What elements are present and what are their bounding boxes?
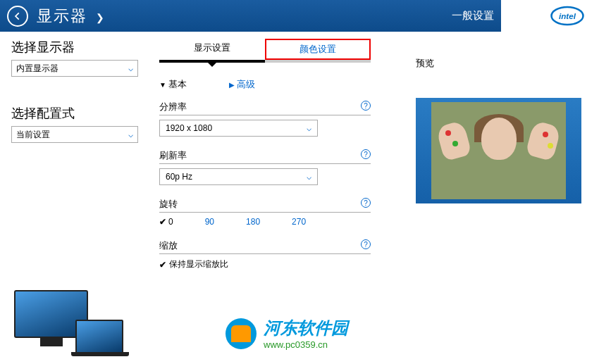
watermark-url: www.pc0359.cn (264, 339, 348, 350)
intel-logo: intel (550, 4, 585, 28)
tab-color-settings[interactable]: 颜色设置 (265, 39, 371, 60)
decorative-monitors (14, 290, 123, 353)
watermark-title: 河东软件园 (264, 317, 348, 339)
watermark: 河东软件园 www.pc0359.cn (226, 317, 348, 350)
back-button[interactable] (7, 6, 28, 27)
help-icon[interactable]: ? (361, 239, 371, 249)
scaling-label: 缩放 (159, 239, 178, 252)
field-rotation: 旋转 ? ✔0 90 180 270 (159, 198, 371, 227)
rotation-90[interactable]: 90 (205, 217, 214, 227)
header-bar: 显示器 ❯ 一般设置 (0, 0, 501, 32)
help-icon[interactable]: ? (361, 101, 371, 111)
refresh-value: 60p Hz (166, 172, 307, 182)
header-title-text: 显示器 (37, 7, 87, 25)
rotation-180[interactable]: 180 (246, 217, 260, 227)
general-settings-link[interactable]: 一般设置 (452, 9, 494, 23)
help-icon[interactable]: ? (361, 198, 371, 208)
tab-underline-inactive (265, 60, 371, 63)
watermark-icon (226, 318, 257, 349)
mode-advanced[interactable]: ▶高级 (229, 78, 255, 91)
keep-ratio-label: 保持显示缩放比 (169, 258, 228, 270)
chevron-down-icon: ❯ (96, 12, 106, 23)
refresh-select[interactable]: 60p Hz ⌵ (159, 168, 318, 185)
select-display-value: 内置显示器 (16, 63, 128, 75)
field-scaling: 缩放 ? ✔ 保持显示缩放比 (159, 239, 371, 270)
chevron-down-icon: ⌵ (128, 63, 133, 73)
tab-underline-active (159, 60, 265, 63)
chevron-down-icon: ⌵ (307, 123, 311, 133)
field-refresh: 刷新率 ? 60p Hz ⌵ (159, 149, 371, 185)
svg-text:intel: intel (559, 11, 576, 20)
mode-basic[interactable]: ▼基本 (159, 78, 187, 91)
resolution-value: 1920 x 1080 (166, 123, 307, 133)
select-config-dropdown[interactable]: 当前设置 ⌵ (11, 126, 138, 143)
resolution-select[interactable]: 1920 x 1080 ⌵ (159, 120, 318, 137)
refresh-label: 刷新率 (159, 149, 187, 162)
select-display-dropdown[interactable]: 内置显示器 ⌵ (11, 60, 138, 77)
field-resolution: 分辨率 ? 1920 x 1080 ⌵ (159, 101, 371, 137)
check-icon: ✔ (159, 217, 166, 227)
rotation-label: 旋转 (159, 198, 178, 211)
select-display-label: 选择显示器 (11, 39, 145, 56)
help-icon[interactable]: ? (361, 149, 371, 159)
header-title[interactable]: 显示器 ❯ (37, 6, 106, 27)
main-panel: 显示设置 颜色设置 ▼基本 ▶高级 分辨率 ? 1920 x 1080 ⌵ 刷新… (145, 39, 416, 283)
chevron-down-icon: ⌵ (307, 172, 311, 182)
resolution-label: 分辨率 (159, 101, 187, 113)
sidebar: 选择显示器 内置显示器 ⌵ 选择配置式 当前设置 ⌵ (11, 39, 145, 283)
triangle-right-icon: ▶ (229, 81, 235, 89)
tab-display-settings[interactable]: 显示设置 (159, 39, 265, 60)
chevron-down-icon: ⌵ (128, 130, 133, 139)
preview-box (416, 98, 581, 203)
select-config-value: 当前设置 (16, 129, 128, 141)
rotation-270[interactable]: 270 (292, 217, 306, 227)
triangle-down-icon: ▼ (159, 81, 166, 89)
check-icon: ✔ (159, 260, 166, 270)
preview-label: 预览 (416, 57, 578, 70)
preview-image (431, 102, 566, 199)
select-config-label: 选择配置式 (11, 105, 145, 122)
keep-ratio-checkbox[interactable]: ✔ 保持显示缩放比 (159, 258, 371, 270)
preview-column: 预览 (416, 39, 599, 283)
rotation-0[interactable]: ✔0 (159, 217, 173, 227)
